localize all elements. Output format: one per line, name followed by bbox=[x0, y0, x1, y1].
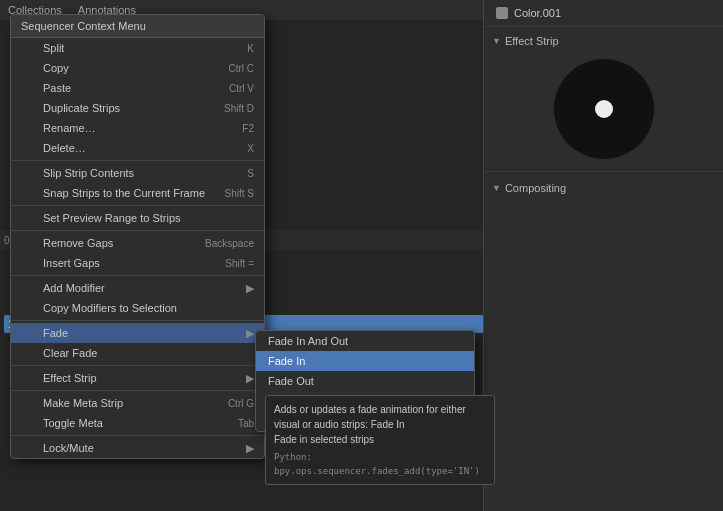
menu-rename-label: Rename… bbox=[43, 122, 96, 134]
sep-5 bbox=[11, 320, 264, 321]
menu-duplicate-label: Duplicate Strips bbox=[43, 102, 120, 114]
circle-dot bbox=[595, 100, 613, 118]
menu-snap[interactable]: Snap Strips to the Current Frame Shift S bbox=[11, 183, 264, 203]
menu-lock-mute[interactable]: Lock/Mute ▶ bbox=[11, 438, 264, 458]
sep-2 bbox=[11, 205, 264, 206]
compositing-label: Compositing bbox=[505, 182, 566, 194]
menu-paste-shortcut: Ctrl V bbox=[229, 83, 254, 94]
effect-strip-triangle: ▼ bbox=[492, 36, 501, 46]
effect-strip-label: Effect Strip bbox=[505, 35, 559, 47]
sep-8 bbox=[11, 435, 264, 436]
sep-1 bbox=[11, 160, 264, 161]
menu-copy-shortcut: Ctrl C bbox=[228, 63, 254, 74]
menu-delete[interactable]: Delete… X bbox=[11, 138, 264, 158]
tooltip-detail: Fade in selected strips bbox=[274, 432, 486, 447]
submenu-fade-in-label: Fade In bbox=[268, 355, 305, 367]
menu-split-label: Split bbox=[43, 42, 64, 54]
menu-paste-label: Paste bbox=[43, 82, 71, 94]
submenu-fade-in-out[interactable]: Fade In And Out bbox=[256, 331, 474, 351]
color-name: Color.001 bbox=[514, 7, 561, 19]
menu-effect-strip[interactable]: Effect Strip ▶ bbox=[11, 368, 264, 388]
menu-add-modifier[interactable]: Add Modifier ▶ bbox=[11, 278, 264, 298]
effect-strip-section: ▼ Effect Strip bbox=[484, 27, 723, 172]
tooltip-python: Python: bpy.ops.sequencer.fades_add(type… bbox=[274, 451, 486, 478]
menu-copy[interactable]: Copy Ctrl C bbox=[11, 58, 264, 78]
menu-slip-shortcut: S bbox=[247, 168, 254, 179]
menu-insert-gaps-label: Insert Gaps bbox=[43, 257, 100, 269]
menu-fade-label: Fade bbox=[43, 327, 68, 339]
menu-snap-shortcut: Shift S bbox=[225, 188, 254, 199]
tooltip-description: Adds or updates a fade animation for eit… bbox=[274, 402, 486, 432]
menu-remove-gaps[interactable]: Remove Gaps Backspace bbox=[11, 233, 264, 253]
effect-strip-header[interactable]: ▼ Effect Strip bbox=[492, 31, 715, 51]
menu-delete-shortcut: X bbox=[247, 143, 254, 154]
menu-toggle-meta-label: Toggle Meta bbox=[43, 417, 103, 429]
menu-make-meta-label: Make Meta Strip bbox=[43, 397, 123, 409]
menu-clear-fade[interactable]: Clear Fade bbox=[11, 343, 264, 363]
submenu-fade-in[interactable]: Fade In bbox=[256, 351, 474, 371]
menu-lock-mute-arrow: ▶ bbox=[246, 442, 254, 455]
menu-rename-shortcut: F2 bbox=[242, 123, 254, 134]
menu-preview-range[interactable]: Set Preview Range to Strips bbox=[11, 208, 264, 228]
menu-remove-gaps-label: Remove Gaps bbox=[43, 237, 113, 249]
menu-copy-modifiers-label: Copy Modifiers to Selection bbox=[43, 302, 177, 314]
compositing-section: ▼ Compositing bbox=[484, 172, 723, 204]
menu-effect-strip-arrow: ▶ bbox=[246, 372, 254, 385]
menu-add-modifier-label: Add Modifier bbox=[43, 282, 105, 294]
menu-title: Sequencer Context Menu bbox=[11, 15, 264, 38]
menu-toggle-meta[interactable]: Toggle Meta Tab bbox=[11, 413, 264, 433]
menu-insert-gaps[interactable]: Insert Gaps Shift = bbox=[11, 253, 264, 273]
menu-fade-arrow: ▶ bbox=[246, 327, 254, 340]
color-section: Color.001 bbox=[484, 0, 723, 27]
menu-split-shortcut: K bbox=[247, 43, 254, 54]
menu-paste[interactable]: Paste Ctrl V bbox=[11, 78, 264, 98]
menu-slip[interactable]: Slip Strip Contents S bbox=[11, 163, 264, 183]
menu-snap-label: Snap Strips to the Current Frame bbox=[43, 187, 205, 199]
menu-slip-label: Slip Strip Contents bbox=[43, 167, 134, 179]
menu-rename[interactable]: Rename… F2 bbox=[11, 118, 264, 138]
color-dot bbox=[496, 7, 508, 19]
menu-copy-label: Copy bbox=[43, 62, 69, 74]
circle-preview bbox=[554, 59, 654, 159]
right-panel: Color.001 ▼ Effect Strip ▼ Compositing bbox=[483, 0, 723, 511]
menu-add-modifier-arrow: ▶ bbox=[246, 282, 254, 295]
menu-insert-gaps-shortcut: Shift = bbox=[225, 258, 254, 269]
sep-6 bbox=[11, 365, 264, 366]
menu-toggle-meta-shortcut: Tab bbox=[238, 418, 254, 429]
submenu-fade-out-label: Fade Out bbox=[268, 375, 314, 387]
sep-3 bbox=[11, 230, 264, 231]
menu-remove-gaps-shortcut: Backspace bbox=[205, 238, 254, 249]
menu-make-meta-shortcut: Ctrl G bbox=[228, 398, 254, 409]
menu-delete-label: Delete… bbox=[43, 142, 86, 154]
menu-clear-fade-label: Clear Fade bbox=[43, 347, 97, 359]
menu-duplicate[interactable]: Duplicate Strips Shift D bbox=[11, 98, 264, 118]
submenu-fade-out[interactable]: Fade Out bbox=[256, 371, 474, 391]
sep-7 bbox=[11, 390, 264, 391]
sep-4 bbox=[11, 275, 264, 276]
menu-make-meta[interactable]: Make Meta Strip Ctrl G bbox=[11, 393, 264, 413]
context-menu: Sequencer Context Menu Split K Copy Ctrl… bbox=[10, 14, 265, 459]
color-field: Color.001 bbox=[492, 4, 715, 22]
menu-copy-modifiers[interactable]: Copy Modifiers to Selection bbox=[11, 298, 264, 318]
tooltip: Adds or updates a fade animation for eit… bbox=[265, 395, 495, 485]
menu-preview-range-label: Set Preview Range to Strips bbox=[43, 212, 181, 224]
menu-effect-strip-label: Effect Strip bbox=[43, 372, 97, 384]
menu-fade[interactable]: Fade ▶ bbox=[11, 323, 264, 343]
compositing-header[interactable]: ▼ Compositing bbox=[492, 178, 715, 198]
submenu-fade-in-out-label: Fade In And Out bbox=[268, 335, 348, 347]
menu-split[interactable]: Split K bbox=[11, 38, 264, 58]
menu-duplicate-shortcut: Shift D bbox=[224, 103, 254, 114]
compositing-triangle: ▼ bbox=[492, 183, 501, 193]
menu-lock-mute-label: Lock/Mute bbox=[43, 442, 94, 454]
